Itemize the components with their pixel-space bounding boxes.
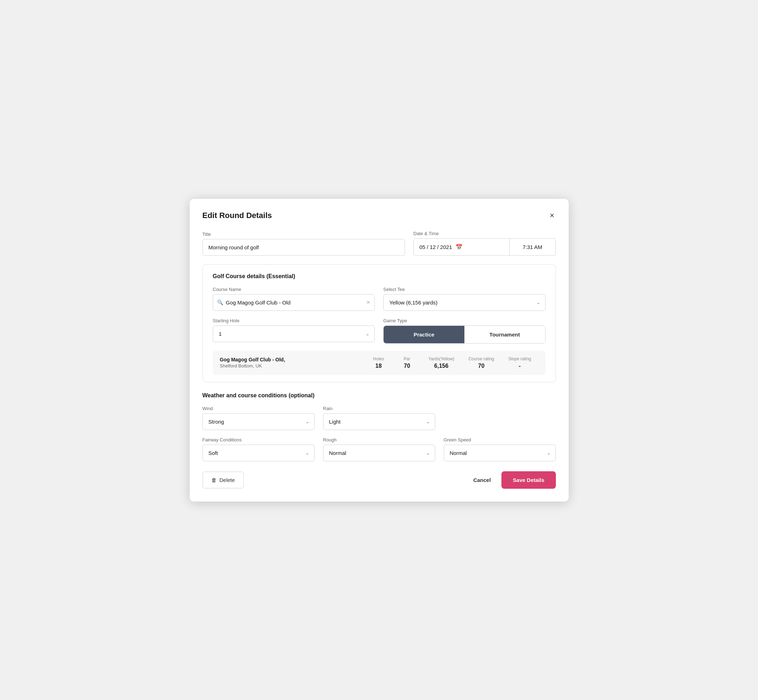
wind-wrapper: CalmLightModerateStrongVery Strong ⌄	[202, 413, 315, 430]
par-label: Par	[404, 356, 410, 361]
select-tee-wrapper: Yellow (6,156 yards) Red (5,400 yards) W…	[383, 294, 545, 311]
golf-course-section: Golf Course details (Essential) Course N…	[202, 264, 556, 382]
date-input-box[interactable]: 05 / 12 / 2021 📅	[413, 238, 510, 256]
date-value: 05 / 12 / 2021	[420, 244, 452, 250]
green-speed-dropdown[interactable]: SlowNormalFastVery Fast	[444, 445, 556, 461]
course-name-search-wrapper: 🔍 ✕	[213, 294, 375, 311]
tournament-button[interactable]: Tournament	[464, 326, 545, 343]
slope-rating-label: Slope rating	[508, 356, 531, 361]
holes-stat: Holes 18	[365, 356, 393, 369]
wind-rain-row: Wind CalmLightModerateStrongVery Strong …	[202, 406, 556, 430]
title-label: Title	[202, 231, 405, 237]
edit-round-modal: Edit Round Details × Title Date & Time 0…	[190, 199, 568, 502]
starting-hole-dropdown[interactable]: 1234 5678 910	[213, 325, 375, 342]
course-rating-value: 70	[478, 363, 485, 369]
select-tee-dropdown[interactable]: Yellow (6,156 yards) Red (5,400 yards) W…	[383, 294, 545, 311]
select-tee-group: Select Tee Yellow (6,156 yards) Red (5,4…	[383, 287, 545, 311]
fairway-rough-green-row: Fairway Conditions FirmNormalSoftVery So…	[202, 437, 556, 461]
game-type-group: Game Type Practice Tournament	[383, 318, 545, 344]
hole-gametype-row: Starting Hole 1234 5678 910 ⌄ Game Type …	[213, 318, 545, 344]
footer-right: Cancel Save Details	[470, 471, 556, 489]
starting-hole-group: Starting Hole 1234 5678 910 ⌄	[213, 318, 375, 344]
calendar-icon: 📅	[456, 244, 463, 250]
yards-stat: Yards(Yellow) 6,156	[421, 356, 462, 369]
yards-label: Yards(Yellow)	[429, 356, 454, 361]
spacer	[444, 406, 556, 430]
title-field-group: Title	[202, 231, 405, 256]
rough-label: Rough	[323, 437, 435, 442]
title-input[interactable]	[202, 239, 405, 256]
rain-wrapper: NoneLightModerateHeavy ⌄	[323, 413, 435, 430]
starting-hole-wrapper: 1234 5678 910 ⌄	[213, 325, 375, 342]
rough-wrapper: ShortNormalLongVery Long ⌄	[323, 445, 435, 461]
green-speed-wrapper: SlowNormalFastVery Fast ⌄	[444, 445, 556, 461]
search-icon: 🔍	[217, 300, 223, 305]
practice-button[interactable]: Practice	[384, 326, 464, 343]
course-location-display: Shelford Bottom, UK	[220, 363, 365, 369]
course-name-group: Course Name 🔍 ✕	[213, 287, 375, 311]
holes-value: 18	[376, 363, 382, 369]
fairway-dropdown[interactable]: FirmNormalSoftVery Soft	[202, 445, 315, 461]
time-input-box[interactable]: 7:31 AM	[510, 238, 556, 256]
wind-label: Wind	[202, 406, 315, 411]
trash-icon: 🗑	[211, 477, 217, 483]
modal-header: Edit Round Details ×	[202, 210, 556, 221]
game-type-label: Game Type	[383, 318, 545, 323]
course-name-tee-row: Course Name 🔍 ✕ Select Tee Yellow (6,156…	[213, 287, 545, 311]
wind-dropdown[interactable]: CalmLightModerateStrongVery Strong	[202, 413, 315, 430]
rain-dropdown[interactable]: NoneLightModerateHeavy	[323, 413, 435, 430]
save-button[interactable]: Save Details	[501, 471, 556, 489]
par-stat: Par 70	[393, 356, 421, 369]
datetime-label: Date & Time	[413, 231, 556, 236]
green-speed-label: Green Speed	[444, 437, 556, 442]
course-name-input[interactable]	[213, 294, 375, 311]
slope-rating-value: -	[519, 363, 521, 369]
wind-group: Wind CalmLightModerateStrongVery Strong …	[202, 406, 315, 430]
datetime-field-group: Date & Time 05 / 12 / 2021 📅 7:31 AM	[413, 231, 556, 256]
cancel-button[interactable]: Cancel	[470, 472, 494, 488]
golf-course-title: Golf Course details (Essential)	[213, 273, 545, 280]
time-value: 7:31 AM	[522, 244, 542, 250]
close-button[interactable]: ×	[548, 210, 556, 221]
holes-label: Holes	[373, 356, 384, 361]
delete-label: Delete	[219, 477, 235, 483]
fairway-label: Fairway Conditions	[202, 437, 315, 442]
course-name-display: Gog Magog Golf Club - Old,	[220, 357, 365, 362]
game-type-toggle: Practice Tournament	[383, 325, 545, 344]
fairway-group: Fairway Conditions FirmNormalSoftVery So…	[202, 437, 315, 461]
modal-title: Edit Round Details	[202, 211, 272, 220]
course-rating-stat: Course rating 70	[461, 356, 501, 369]
rough-dropdown[interactable]: ShortNormalLongVery Long	[323, 445, 435, 461]
weather-title: Weather and course conditions (optional)	[202, 392, 556, 399]
par-value: 70	[404, 363, 410, 369]
rough-group: Rough ShortNormalLongVery Long ⌄	[323, 437, 435, 461]
weather-section: Weather and course conditions (optional)…	[202, 392, 556, 461]
slope-rating-stat: Slope rating -	[501, 356, 538, 369]
starting-hole-label: Starting Hole	[213, 318, 375, 323]
course-info-row: Gog Magog Golf Club - Old, Shelford Bott…	[213, 351, 545, 375]
datetime-row: 05 / 12 / 2021 📅 7:31 AM	[413, 238, 556, 256]
delete-button[interactable]: 🗑 Delete	[202, 472, 244, 488]
select-tee-label: Select Tee	[383, 287, 545, 292]
top-row: Title Date & Time 05 / 12 / 2021 📅 7:31 …	[202, 231, 556, 256]
yards-value: 6,156	[434, 363, 448, 369]
course-name-label: Course Name	[213, 287, 375, 292]
fairway-wrapper: FirmNormalSoftVery Soft ⌄	[202, 445, 315, 461]
course-info-name: Gog Magog Golf Club - Old, Shelford Bott…	[220, 357, 365, 369]
rain-label: Rain	[323, 406, 435, 411]
course-rating-label: Course rating	[468, 356, 494, 361]
rain-group: Rain NoneLightModerateHeavy ⌄	[323, 406, 435, 430]
clear-course-icon[interactable]: ✕	[366, 300, 370, 305]
footer: 🗑 Delete Cancel Save Details	[202, 471, 556, 489]
green-speed-group: Green Speed SlowNormalFastVery Fast ⌄	[444, 437, 556, 461]
